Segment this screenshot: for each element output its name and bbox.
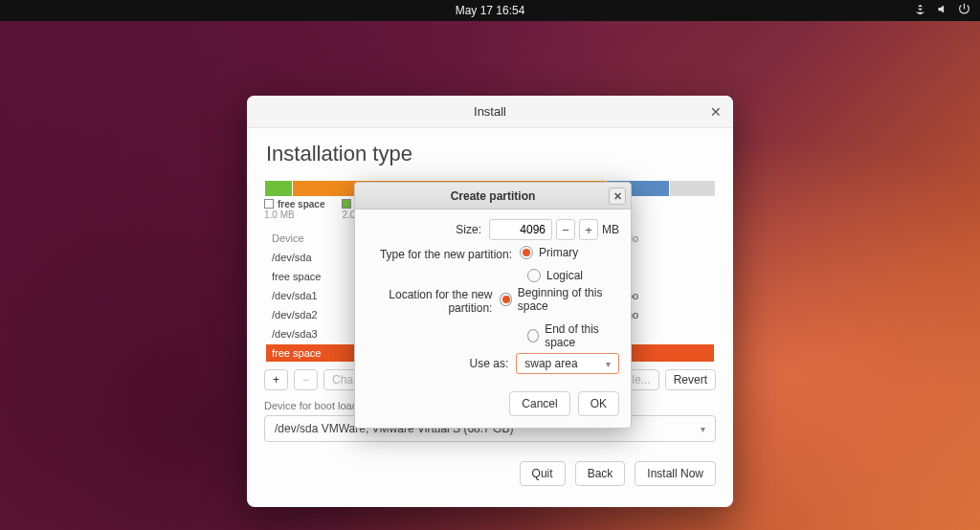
revert-button[interactable]: Revert — [665, 369, 716, 390]
system-tray — [914, 3, 970, 18]
legend-item: free space1.0 MB — [264, 199, 324, 220]
clock: May 17 16:54 — [456, 4, 525, 17]
window-titlebar: Install ✕ — [247, 96, 733, 128]
dialog-titlebar: Create partition ✕ — [355, 183, 631, 210]
close-icon[interactable]: ✕ — [706, 102, 725, 121]
useas-label: Use as: — [367, 357, 516, 370]
page-title: Installation type — [266, 142, 716, 166]
radio-icon — [500, 293, 511, 306]
useas-value: swap area — [524, 357, 577, 370]
remove-partition-button[interactable]: − — [294, 369, 318, 390]
dialog-close-icon[interactable]: ✕ — [609, 188, 626, 205]
back-button[interactable]: Back — [575, 461, 626, 486]
window-title: Install — [474, 104, 506, 119]
add-partition-button[interactable]: + — [264, 369, 288, 390]
chevron-down-icon: ▾ — [701, 424, 705, 434]
wizard-footer: Quit Back Install Now — [264, 461, 716, 486]
cancel-button[interactable]: Cancel — [509, 391, 569, 416]
network-icon[interactable] — [914, 3, 926, 18]
install-now-button[interactable]: Install Now — [635, 461, 716, 486]
disk-segment — [265, 181, 292, 196]
size-input[interactable] — [489, 219, 552, 240]
chevron-down-icon: ▾ — [606, 359, 611, 369]
radio-beginning[interactable]: Beginning of this space — [500, 286, 619, 313]
create-partition-dialog: Create partition ✕ Size: − + MB Type for… — [354, 182, 632, 429]
radio-icon — [520, 246, 533, 259]
size-decrement-button[interactable]: − — [556, 219, 575, 240]
size-unit: MB — [602, 223, 619, 236]
radio-logical[interactable]: Logical — [527, 269, 619, 282]
partition-type-label: Type for the new partition: — [367, 248, 520, 261]
disk-segment — [670, 181, 715, 196]
top-bar: May 17 16:54 — [0, 0, 980, 21]
radio-icon — [527, 269, 541, 282]
radio-end[interactable]: End of this space — [527, 322, 619, 349]
size-increment-button[interactable]: + — [579, 219, 598, 240]
radio-icon — [527, 329, 539, 342]
quit-button[interactable]: Quit — [520, 461, 566, 486]
volume-icon[interactable] — [936, 3, 948, 18]
partition-location-label: Location for the new partition: — [367, 288, 500, 315]
radio-primary[interactable]: Primary — [520, 246, 578, 259]
useas-select[interactable]: swap area ▾ — [516, 353, 619, 374]
size-label: Size: — [367, 223, 489, 236]
power-icon[interactable] — [958, 3, 970, 18]
col-mount: Mo — [618, 230, 714, 247]
ok-button[interactable]: OK — [578, 391, 619, 416]
dialog-title: Create partition — [451, 189, 536, 203]
